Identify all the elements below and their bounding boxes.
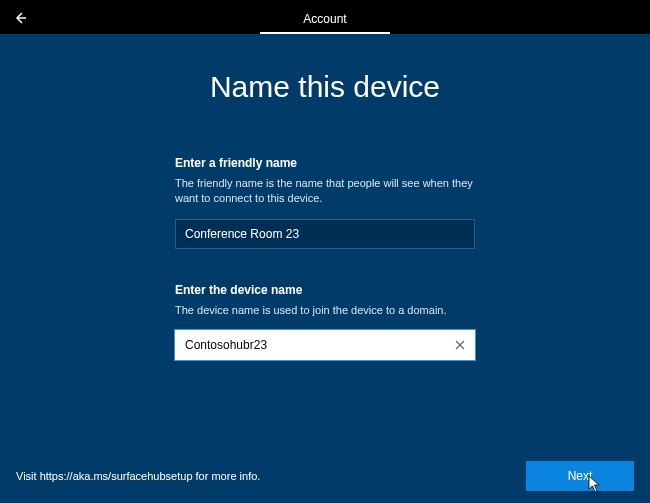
device-name-input[interactable] (185, 331, 452, 359)
clear-device-name-button[interactable] (452, 337, 468, 353)
close-icon (454, 339, 466, 351)
friendly-name-label: Enter a friendly name (175, 156, 475, 170)
arrow-left-icon (12, 10, 28, 26)
page-title: Name this device (0, 70, 650, 104)
footer-info-text: Visit https://aka.ms/surfacehubsetup for… (16, 470, 260, 482)
form-area: Enter a friendly name The friendly name … (175, 156, 475, 360)
back-button[interactable] (10, 8, 30, 28)
top-bar: Account (0, 0, 650, 34)
device-name-help: The device name is used to join the devi… (175, 303, 475, 318)
footer: Visit https://aka.ms/surfacehubsetup for… (0, 461, 650, 491)
tab-strip: Account (260, 0, 390, 34)
device-name-label: Enter the device name (175, 283, 475, 297)
friendly-name-help: The friendly name is the name that peopl… (175, 176, 475, 207)
friendly-name-input[interactable] (175, 219, 475, 249)
device-name-input-wrap (175, 330, 475, 360)
next-button[interactable]: Next (526, 461, 634, 491)
tab-account[interactable]: Account (260, 6, 390, 34)
